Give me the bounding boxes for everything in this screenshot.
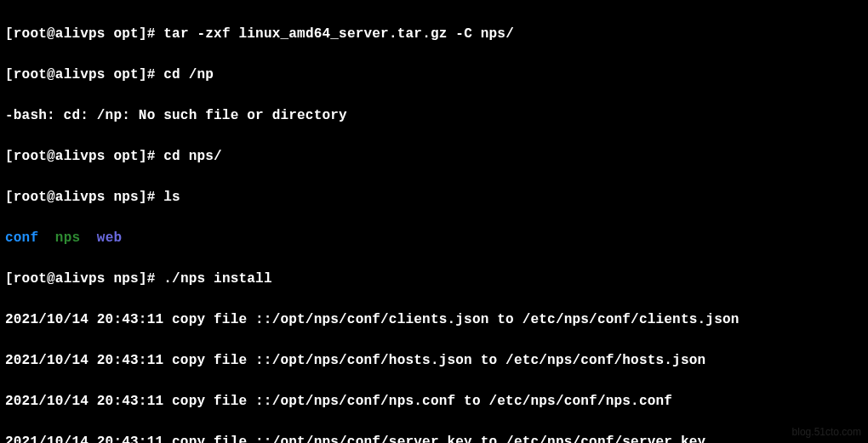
cmd-cd-nps: cd nps/ [163,149,222,164]
dir-web: web [97,230,122,246]
cmd-install: ./nps install [163,271,271,287]
cmd-line-cd-np: [root@alivps opt]# cd /np [5,65,863,85]
ls-output: conf nps web [5,228,863,248]
error-line: -bash: cd: /np: No such file or director… [5,105,863,126]
log-line: 2021/10/14 20:43:11 copy file ::/opt/nps… [5,391,863,412]
cmd-line-tar: [root@alivps opt]# tar -zxf linux_amd64_… [5,24,863,44]
log-line: 2021/10/14 20:43:11 copy file ::/opt/nps… [5,432,863,443]
terminal-output[interactable]: [root@alivps opt]# tar -zxf linux_amd64_… [0,0,868,443]
cmd-line-ls: [root@alivps nps]# ls [5,187,863,207]
cmd-tar: tar -zxf linux_amd64_server.tar.gz -C np… [163,26,514,42]
dir-conf: conf [5,230,38,246]
cmd-ls: ls [163,190,180,205]
cmd-line-cd-nps: [root@alivps opt]# cd nps/ [5,146,863,167]
cmd-cd-np: cd /np [163,67,214,82]
log-line: 2021/10/14 20:43:11 copy file ::/opt/nps… [5,350,863,371]
log-line: 2021/10/14 20:43:11 copy file ::/opt/nps… [5,310,863,330]
exec-nps: nps [55,230,80,246]
cmd-line-install: [root@alivps nps]# ./nps install [5,269,863,289]
